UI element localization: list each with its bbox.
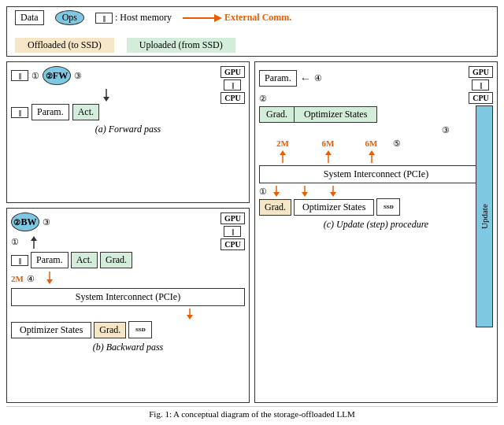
update-down-arr1: [270, 186, 283, 197]
backward-grad-offload: Grad.: [94, 322, 126, 338]
update-6m-cell2: 6M: [350, 138, 393, 150]
update-num3: ③: [442, 125, 450, 135]
update-sys-interconnect: System Interconnect (PCIe): [259, 165, 493, 183]
legend-ops: Ops: [55, 10, 84, 25]
update-num2: ②: [259, 94, 267, 103]
update-param-box: Param.: [259, 70, 297, 87]
forward-title: (a) Forward pass: [11, 124, 245, 135]
update-num3-row: ③: [259, 125, 450, 135]
backward-host-mem: [224, 226, 241, 237]
forward-fw-circle: ②FW: [43, 66, 71, 85]
update-host-mem: [472, 79, 489, 91]
update-gpu-box: GPU CPU: [469, 66, 493, 104]
backward-opt-row: Optimizer States Grad. SSD: [11, 321, 245, 338]
update-num1: ①: [259, 187, 267, 197]
update-param-row: Param. ← ④: [259, 70, 450, 87]
svg-marker-9: [280, 150, 286, 155]
backward-param-box: Param.: [31, 252, 69, 268]
forward-host-mem: [224, 79, 241, 91]
backward-2m-row: 2M ④: [11, 272, 202, 286]
update-num4: ④: [314, 73, 322, 83]
backward-num3: ③: [43, 217, 50, 227]
forward-hm2: [11, 107, 28, 118]
backward-sys-interconnect: System Interconnect (PCIe): [11, 288, 245, 306]
update-grad-bottom: Grad.: [259, 199, 291, 216]
forward-content: ① ②FW ③: [11, 66, 202, 120]
backward-cpu-label: CPU: [220, 238, 245, 250]
svg-marker-13: [369, 150, 375, 155]
right-col: GPU CPU Update Param. ← ④ ②: [254, 61, 498, 403]
update-arrow-left: ←: [300, 72, 311, 85]
update-6m-cell1: 6M: [306, 138, 350, 150]
forward-gpu-label: GPU: [220, 66, 245, 78]
svg-marker-17: [302, 192, 308, 197]
update-cpu-label: CPU: [469, 92, 493, 104]
update-ssd-icon: SSD: [376, 198, 400, 216]
update-opt-box: Optimizer States: [295, 106, 377, 123]
backward-grad-box: Grad.: [100, 252, 132, 268]
update-opt-bottom: Optimizer States: [294, 199, 374, 216]
backward-opt-box: Optimizer States: [11, 322, 91, 338]
update-num2-row: ②: [259, 93, 450, 105]
legend-host-mem: : Host memory: [95, 12, 172, 24]
svg-marker-5: [46, 279, 53, 284]
backward-down-arrow: [38, 272, 61, 286]
svg-marker-7: [187, 315, 193, 320]
backward-gpu-label: GPU: [220, 213, 245, 224]
update-grad-opt-row: Grad. Optimizer States: [259, 106, 450, 123]
legend-ext-comm: External Comm.: [183, 12, 291, 24]
forward-cpu-label: CPU: [220, 92, 245, 104]
offloaded-label: Offloaded (to SSD): [15, 38, 114, 53]
update-down-arr2: [298, 186, 311, 197]
diagrams-row: GPU CPU ① ②FW ③: [6, 61, 498, 403]
update-up-arrow2: [322, 150, 335, 163]
svg-marker-11: [325, 150, 332, 155]
update-box: Update: [476, 105, 493, 327]
update-2m-cell: 2M: [259, 138, 306, 150]
forward-arrow-svg: [75, 89, 138, 102]
backward-arrow-up-row: ①: [11, 235, 202, 249]
forward-num1: ①: [32, 71, 39, 81]
update-inner: Param. ← ④ ② Grad. Optimizer States: [259, 70, 450, 163]
left-col: GPU CPU ① ②FW ③: [6, 61, 250, 403]
backward-gpu-box: GPU CPU: [220, 213, 245, 250]
update-gpu-label: GPU: [469, 66, 493, 78]
backward-hm1: [11, 255, 28, 266]
update-num5: ⑤: [393, 139, 401, 149]
forward-num3: ③: [74, 71, 82, 81]
forward-hm1: [11, 70, 28, 81]
backward-bw-circle: ②BW: [11, 213, 39, 231]
update-grad-box: Grad.: [259, 106, 295, 123]
legend: Data Ops : Host memory External Comm. Of…: [6, 6, 498, 57]
update-num1-row: ①: [259, 186, 493, 197]
host-mem-label: : Host memory: [115, 12, 172, 24]
backward-num1: ①: [11, 237, 19, 247]
update-bottom-row: Grad. Optimizer States SSD: [259, 198, 493, 216]
ops-box-legend: Ops: [55, 10, 84, 25]
forward-panel: GPU CPU ① ②FW ③: [6, 61, 250, 203]
ext-comm-label: External Comm.: [224, 12, 291, 24]
forward-param-act-row: Param. Act.: [11, 104, 202, 120]
forward-act-box: Act.: [72, 104, 99, 120]
svg-marker-1: [103, 97, 109, 102]
backward-panel: GPU CPU ②BW ③ ①: [6, 208, 250, 403]
svg-marker-15: [273, 192, 280, 197]
backward-up-arrow: [22, 235, 46, 249]
update-up-arrow1: [276, 150, 289, 163]
backward-top-row: ②BW ③: [11, 213, 202, 231]
main-container: Data Ops : Host memory External Comm. Of…: [0, 0, 504, 425]
forward-top-row: ① ②FW ③: [11, 66, 202, 85]
backward-content: ②BW ③ ① Param.: [11, 213, 202, 286]
update-orange-arrows: [259, 150, 450, 163]
forward-arrow-down: [11, 89, 202, 102]
forward-gpu-box: GPU CPU: [220, 66, 245, 104]
uploaded-label: Uploaded (from SSD): [127, 38, 235, 53]
update-mb-row: 2M 6M 6M ⑤: [259, 138, 450, 150]
host-mem-icon: [95, 13, 113, 24]
svg-marker-19: [330, 192, 336, 197]
svg-marker-3: [31, 236, 37, 241]
forward-param-box: Param.: [32, 104, 69, 120]
fig-caption: Fig. 1: A conceptual diagram of the stor…: [6, 406, 498, 419]
backward-param-row: Param. Act. Grad.: [11, 252, 202, 268]
update-panel: GPU CPU Update Param. ← ④ ②: [254, 61, 498, 403]
